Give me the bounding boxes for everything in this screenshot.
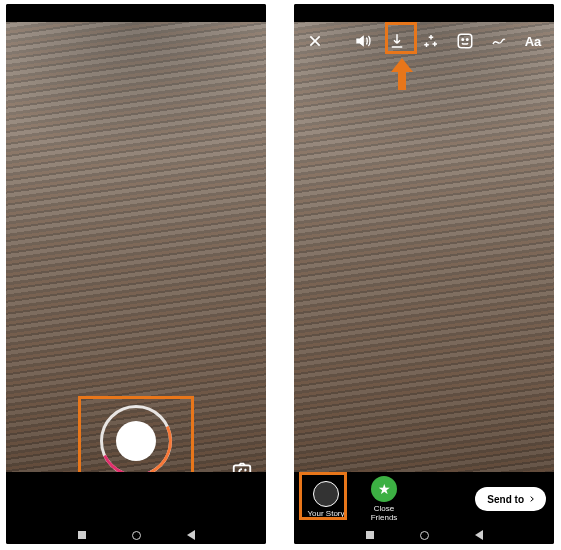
- nav-recent-icon[interactable]: [366, 531, 374, 539]
- android-nav-bar: [294, 526, 554, 544]
- send-to-button[interactable]: Send to: [475, 487, 546, 511]
- close-friends-button[interactable]: ★ Close Friends: [360, 476, 408, 522]
- text-button-label: Aa: [525, 34, 542, 49]
- your-story-label: Your Story: [307, 509, 344, 518]
- avatar: [313, 481, 339, 507]
- star-icon: ★: [371, 476, 397, 502]
- share-bar: Your Story ★ Close Friends Send to: [294, 472, 554, 526]
- your-story-button[interactable]: Your Story: [302, 481, 350, 518]
- phone-story-editor: Aa Your Story ★ Close Friends Send to: [294, 4, 554, 544]
- draw-button[interactable]: [486, 28, 512, 54]
- effects-button[interactable]: [418, 28, 444, 54]
- svg-point-2: [462, 39, 464, 41]
- editor-toolbar: Aa: [294, 24, 554, 58]
- bottom-bar: [6, 472, 266, 526]
- sound-toggle-button[interactable]: [350, 28, 376, 54]
- close-button[interactable]: [302, 28, 328, 54]
- svg-rect-1: [458, 34, 472, 48]
- nav-home-icon[interactable]: [420, 531, 429, 540]
- nav-home-icon[interactable]: [132, 531, 141, 540]
- android-nav-bar: [6, 526, 266, 544]
- phone-camera: [6, 4, 266, 544]
- nav-back-icon[interactable]: [475, 530, 483, 540]
- nav-recent-icon[interactable]: [78, 531, 86, 539]
- sticker-button[interactable]: [452, 28, 478, 54]
- download-button[interactable]: [384, 28, 410, 54]
- story-preview: [294, 22, 554, 472]
- tutorial-arrow-icon: [395, 58, 409, 88]
- send-to-label: Send to: [487, 494, 524, 505]
- status-bar: [6, 4, 266, 22]
- svg-point-3: [467, 39, 469, 41]
- close-friends-label: Close Friends: [360, 504, 408, 522]
- nav-back-icon[interactable]: [187, 530, 195, 540]
- status-bar: [294, 4, 554, 22]
- text-button[interactable]: Aa: [520, 28, 546, 54]
